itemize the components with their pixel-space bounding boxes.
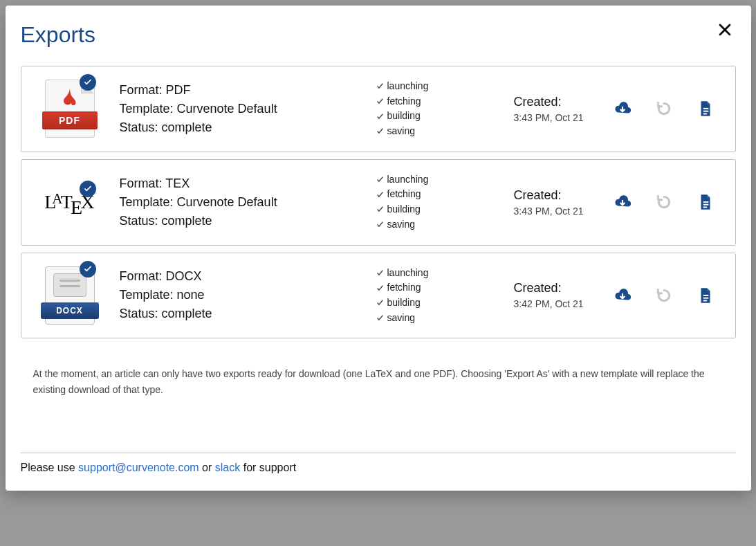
check-icon [83, 264, 93, 274]
format-label: Format: [120, 176, 166, 190]
check-icon [376, 175, 385, 184]
svg-rect-4 [703, 113, 706, 115]
step-saving: saving [387, 124, 415, 139]
created-label: Created: [514, 95, 597, 109]
check-icon [376, 112, 385, 121]
format-icon-col: DOCX [34, 266, 106, 325]
refresh-button[interactable] [652, 97, 676, 120]
pdf-badge-label: PDF [42, 111, 98, 129]
footer-middle: or [199, 462, 215, 473]
check-icon [376, 220, 385, 229]
status-value: complete [162, 120, 212, 134]
export-list: PDF Format: PDF Template: Curvenote Defa… [21, 66, 736, 338]
svg-rect-6 [703, 204, 708, 206]
check-icon [376, 190, 385, 199]
template-label: Template: [120, 102, 177, 116]
cloud-download-icon [614, 193, 631, 211]
status-value: complete [162, 307, 212, 320]
view-log-button[interactable] [694, 284, 717, 307]
exports-dialog: Exports PDF Format: PDF Template: Curv [6, 6, 751, 491]
format-label: Format: [120, 83, 166, 97]
check-icon [376, 205, 385, 214]
step-launching: launching [387, 79, 429, 94]
view-log-button[interactable] [694, 97, 717, 120]
step-saving: saving [387, 311, 415, 326]
format-value: PDF [166, 83, 191, 97]
support-slack-link[interactable]: slack [215, 462, 240, 473]
format-info: Format: DOCX Template: none Status: comp… [120, 267, 362, 323]
step-fetching: fetching [387, 280, 421, 295]
format-info: Format: PDF Template: Curvenote Default … [120, 81, 362, 137]
check-icon [83, 184, 93, 194]
cloud-download-icon [614, 286, 631, 304]
refresh-button[interactable] [652, 190, 676, 214]
footer-prefix: Please use [21, 462, 79, 473]
status-check-badge [80, 74, 96, 91]
footer-suffix: for support [240, 462, 296, 473]
format-icon-col: PDF [34, 80, 106, 138]
format-icon-col: LATEX [34, 186, 106, 219]
refresh-icon [655, 193, 673, 211]
document-icon [697, 193, 714, 211]
created-info: Created: 3:42 PM, Oct 21 [514, 281, 597, 309]
download-button[interactable] [611, 284, 634, 307]
close-button[interactable] [714, 19, 736, 44]
build-steps: launching fetching building saving [376, 172, 500, 233]
download-button[interactable] [611, 97, 634, 120]
download-button[interactable] [611, 190, 634, 214]
dialog-title: Exports [21, 22, 95, 48]
svg-rect-8 [703, 295, 708, 296]
refresh-icon [655, 286, 673, 304]
status-check-badge [80, 181, 96, 197]
build-steps: launching fetching building saving [376, 266, 500, 326]
created-label: Created: [514, 188, 597, 203]
step-fetching: fetching [387, 94, 421, 109]
step-fetching: fetching [387, 187, 421, 202]
dialog-header: Exports [21, 22, 736, 48]
created-time: 3:43 PM, Oct 21 [514, 206, 597, 217]
format-info: Format: TEX Template: Curvenote Default … [120, 174, 362, 230]
status-label: Status: [120, 307, 162, 320]
row-actions [611, 97, 721, 120]
check-icon [376, 97, 385, 106]
check-icon [376, 313, 385, 322]
refresh-icon [655, 100, 673, 118]
svg-rect-7 [703, 207, 706, 208]
format-label: Format: [120, 269, 166, 283]
check-icon [83, 78, 93, 87]
svg-rect-10 [703, 300, 706, 301]
cloud-download-icon [614, 100, 631, 118]
format-value: TEX [165, 176, 190, 190]
document-icon [697, 286, 714, 304]
check-icon [376, 269, 385, 277]
refresh-button[interactable] [652, 284, 676, 307]
status-label: Status: [120, 214, 162, 228]
created-time: 3:43 PM, Oct 21 [514, 112, 597, 123]
step-building: building [387, 202, 421, 217]
support-footer: Please use support@curvenote.com or slac… [21, 462, 736, 474]
created-info: Created: 3:43 PM, Oct 21 [514, 188, 597, 217]
step-saving: saving [387, 217, 415, 233]
close-icon [717, 21, 733, 38]
status-check-badge [80, 261, 96, 277]
step-building: building [387, 295, 421, 311]
footer-divider [21, 453, 736, 453]
row-actions [611, 190, 721, 214]
step-launching: launching [387, 266, 429, 281]
format-value: DOCX [166, 269, 202, 283]
template-value: none [177, 288, 205, 302]
template-value: Curvenote Default [177, 102, 277, 116]
check-icon [376, 127, 385, 136]
build-steps: launching fetching building saving [376, 79, 500, 139]
export-row: LATEX Format: TEX Template: Curvenote De… [21, 159, 736, 246]
created-info: Created: 3:43 PM, Oct 21 [514, 95, 597, 123]
view-log-button[interactable] [694, 190, 717, 214]
support-email-link[interactable]: support@curvenote.com [78, 462, 199, 473]
template-label: Template: [120, 195, 177, 209]
step-launching: launching [387, 172, 429, 188]
created-label: Created: [514, 281, 597, 295]
template-value: Curvenote Default [177, 195, 277, 209]
docx-badge-label: DOCX [41, 302, 99, 319]
svg-rect-9 [703, 298, 708, 299]
created-time: 3:42 PM, Oct 21 [514, 298, 597, 309]
